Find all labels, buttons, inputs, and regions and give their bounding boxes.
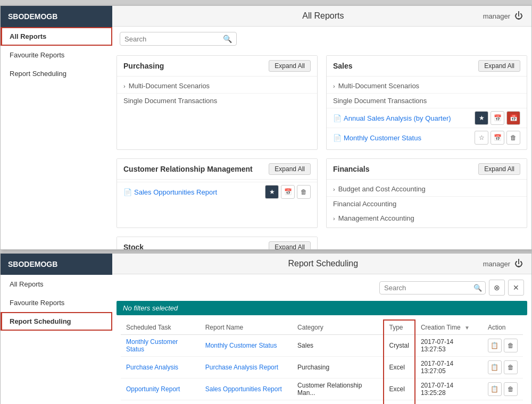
link-report-name-1[interactable]: Purchase Analysis Report	[205, 364, 278, 371]
cell-creation-time-0: 2017-07-14 13:27:53	[415, 335, 483, 357]
report-item-annual-sales: 📄 Annual Sales Analysis (by Quarter) ★ 📅…	[327, 108, 527, 128]
sched-search-icon: 🔍	[473, 284, 482, 292]
sched-main: Report Scheduling manager ⏻ 🔍 ⊗ ✕ No fil…	[112, 254, 531, 404]
scheduling-table: Scheduled Task Report Name Category Type…	[121, 319, 523, 404]
edit-btn-0[interactable]: 📋	[488, 339, 502, 352]
delete-btn-1[interactable]: 🗑	[504, 360, 518, 374]
sales-multi-doc[interactable]: › Multi-Document Scenarios	[327, 79, 527, 93]
chevron-sales-multi: ›	[333, 83, 335, 89]
section-crm-header: Customer Relationship Management Expand …	[117, 159, 317, 179]
search-bar-row: 🔍	[112, 27, 531, 51]
sidebar-item-favourite-reports-top[interactable]: Favourite Reports	[1, 46, 112, 64]
link-scheduled-task-2[interactable]: Opportunity Report	[126, 385, 180, 393]
sort-icon-creation-time: ▼	[464, 325, 470, 331]
calendar-btn-monthly[interactable]: 📅	[491, 131, 504, 145]
sales-single-doc: Single Document Transactions	[327, 93, 527, 108]
section-purchasing-header: Purchasing Expand All	[117, 56, 317, 76]
sidebar-item-favourite-reports-bottom[interactable]: Favourite Reports	[1, 293, 112, 312]
expand-all-sales[interactable]: Expand All	[478, 60, 520, 72]
link-scheduled-task-0[interactable]: Monthly Customer Status	[126, 338, 178, 353]
col-action: Action	[483, 320, 523, 335]
col-type: Type	[384, 320, 415, 335]
sidebar-item-all-reports-bottom[interactable]: All Reports	[1, 275, 112, 293]
cell-report-name-2: Sales Opportunities Report	[200, 378, 292, 400]
action-icons-1: 📋 🗑	[488, 360, 518, 374]
expand-all-purchasing[interactable]: Expand All	[269, 60, 311, 72]
financials-mgmt-label: Management Accounting	[338, 214, 414, 222]
cell-action-0: 📋 🗑	[483, 335, 523, 357]
clear-filter-btn[interactable]: ✕	[508, 280, 524, 296]
delete-btn-0[interactable]: 🗑	[504, 339, 518, 352]
purchasing-multi-doc-label: Multi-Document Scenarios	[129, 82, 210, 90]
manager-label-top: manager	[483, 12, 510, 20]
delete-btn-sales-opp[interactable]: 🗑	[297, 185, 311, 199]
edit-btn-2[interactable]: 📋	[488, 382, 502, 396]
section-stock-title: Stock	[123, 243, 144, 249]
sidebar-item-all-reports-top[interactable]: All Reports	[1, 27, 112, 46]
delete-btn-2[interactable]: 🗑	[504, 382, 518, 396]
sidebar-item-report-scheduling-bottom[interactable]: Report Scheduling	[1, 312, 112, 331]
sales-opp-icons: ★ 📅 🗑	[265, 185, 311, 199]
link-report-name-2[interactable]: Sales Opportunities Report	[205, 385, 282, 393]
cell-creation-time-2: 2017-07-14 13:25:28	[415, 378, 483, 400]
section-sales: Sales Expand All › Multi-Document Scenar…	[326, 55, 527, 150]
col-creation-time: Creation Time ▼	[415, 320, 483, 335]
sidebar-item-report-scheduling-top[interactable]: Report Scheduling	[1, 64, 112, 83]
section-crm: Customer Relationship Management Expand …	[117, 158, 318, 228]
section-sales-title: Sales	[333, 62, 353, 70]
financials-accounting: Financial Accounting	[327, 196, 527, 211]
section-purchasing: Purchasing Expand All › Multi-Document S…	[117, 55, 318, 150]
action-icons-2: 📋 🗑	[488, 382, 518, 396]
brand-bottom: SBODEMOGB	[1, 254, 112, 275]
filter-btn[interactable]: ⊗	[489, 280, 505, 296]
search-input-top[interactable]	[124, 35, 223, 43]
report-item-sales-opp: 📄 Sales Opportunities Report ★ 📅 🗑	[117, 182, 317, 201]
expand-all-financials[interactable]: Expand All	[478, 163, 520, 175]
financials-mgmt[interactable]: › Management Accounting	[327, 211, 527, 225]
report-item-monthly-customer: 📄 Monthly Customer Status ☆ 📅 🗑	[327, 128, 527, 147]
cell-category-3: Sales	[292, 400, 383, 405]
calendar-btn-sales-opp[interactable]: 📅	[281, 185, 295, 199]
star-btn-annual[interactable]: ★	[475, 111, 488, 125]
calendar-btn-annual[interactable]: 📅	[491, 111, 504, 125]
sales-opp-link[interactable]: 📄 Sales Opportunities Report	[123, 188, 217, 196]
section-stock: Stock Expand All 📄 Inventory by Item Gro…	[117, 237, 318, 249]
report-scheduling-panel: SBODEMOGB All Reports Favourite Reports …	[0, 253, 532, 404]
chevron-financials-mgmt: ›	[333, 215, 335, 222]
sidebar-top: SBODEMOGB All Reports Favourite Reports …	[1, 6, 112, 249]
link-scheduled-task-1[interactable]: Purchase Analysis	[126, 364, 178, 371]
section-financials-title: Financials	[333, 165, 369, 173]
sidebar-nav-top: All Reports Favourite Reports Report Sch…	[1, 27, 112, 249]
cell-report-name-1: Purchase Analysis Report	[200, 357, 292, 378]
sidebar-bottom: SBODEMOGB All Reports Favourite Reports …	[1, 254, 112, 404]
sched-search-input[interactable]	[384, 284, 473, 292]
monthly-customer-link[interactable]: 📄 Monthly Customer Status	[333, 134, 421, 142]
monthly-customer-icons: ☆ 📅 🗑	[475, 131, 520, 145]
expand-all-stock[interactable]: Expand All	[269, 241, 311, 249]
cell-creation-time-3: 2017-07-14 13:08:25	[415, 400, 483, 405]
section-crm-body: 📄 Sales Opportunities Report ★ 📅 🗑	[117, 179, 317, 204]
link-report-name-0[interactable]: Monthly Customer Status	[205, 342, 277, 349]
search-bar-top[interactable]: 🔍	[120, 32, 237, 46]
all-reports-header: All Reports manager ⏻	[112, 6, 531, 27]
section-crm-title: Customer Relationship Management	[123, 165, 253, 173]
edit-btn-1[interactable]: 📋	[488, 360, 502, 374]
table-row: Monthly Customer Status Monthly Customer…	[121, 335, 523, 357]
annual-sales-link[interactable]: 📄 Annual Sales Analysis (by Quarter)	[333, 114, 451, 122]
power-icon-top[interactable]: ⏻	[514, 11, 523, 21]
delete-btn-monthly[interactable]: 🗑	[506, 131, 520, 145]
no-filters-bar: No filters selected	[117, 301, 527, 315]
red-calendar-btn-annual[interactable]: 📅	[506, 111, 520, 125]
purchasing-single-doc: Single Document Transactions	[117, 93, 317, 108]
star-btn-sales-opp[interactable]: ★	[265, 185, 279, 199]
purchasing-multi-doc[interactable]: › Multi-Document Scenarios	[117, 79, 317, 93]
sales-multi-doc-label: Multi-Document Scenarios	[338, 82, 419, 90]
sched-search-bar[interactable]: 🔍	[379, 281, 486, 294]
star-btn-monthly[interactable]: ☆	[475, 131, 488, 145]
expand-all-crm[interactable]: Expand All	[269, 163, 311, 175]
power-icon-sched[interactable]: ⏻	[514, 259, 523, 268]
financials-budget[interactable]: › Budget and Cost Accounting	[327, 182, 527, 196]
col-category: Category	[292, 320, 383, 335]
cell-action-1: 📋 🗑	[483, 357, 523, 378]
reports-grid: Purchasing Expand All › Multi-Document S…	[112, 51, 531, 249]
